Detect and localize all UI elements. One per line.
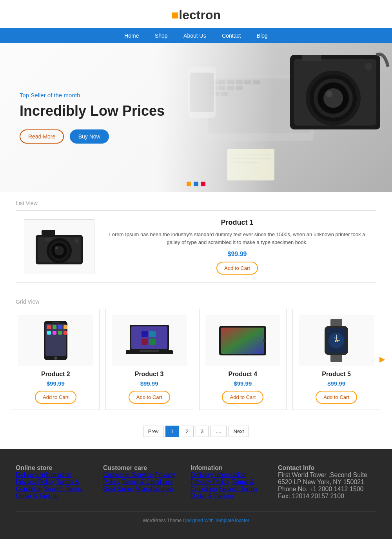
footer-col-information: Infomation Delivery Information Privacy … xyxy=(191,464,266,500)
grid-view-section: Product 2 $99.99 Add to Cart Produc xyxy=(0,309,392,418)
page-2-button[interactable]: 2 xyxy=(181,426,194,437)
footer-col-contact: Contact Info First World Tower ,Second S… xyxy=(278,464,376,500)
svg-rect-45 xyxy=(64,325,67,329)
svg-point-36 xyxy=(55,246,58,249)
footer-col-customer-care: Customer care Customer Service Privacy P… xyxy=(103,464,179,500)
product4-add-to-cart[interactable]: Add to Cart xyxy=(222,391,263,404)
nav-shop[interactable]: Shop xyxy=(155,33,168,39)
svg-point-38 xyxy=(74,239,79,243)
svg-point-63 xyxy=(263,339,265,342)
product5-image: SAT 10 xyxy=(299,315,374,366)
buy-now-button[interactable]: Buy Now xyxy=(70,129,109,144)
footer-order-return-1[interactable]: Order & Return xyxy=(16,493,58,499)
svg-rect-57 xyxy=(149,339,156,345)
svg-rect-54 xyxy=(142,331,148,337)
product2-image xyxy=(18,315,93,366)
footer-bottom-text: WordPress Theme xyxy=(143,518,183,523)
page-1-button[interactable]: 1 xyxy=(165,426,178,437)
svg-rect-48 xyxy=(58,331,62,335)
list-view-section: Product 1 Lorem Ipsum has been the indus… xyxy=(0,210,392,291)
footer-delivery-info-1[interactable]: Delivery Information xyxy=(16,472,71,478)
list-view-label: List View xyxy=(0,192,392,210)
footer-order-return-3[interactable]: Order & Return xyxy=(191,493,233,499)
product3-add-to-cart[interactable]: Add to Cart xyxy=(129,391,170,404)
page-3-button[interactable]: 3 xyxy=(196,426,209,437)
grid-product-5: SAT 10 Product 5 $99.99 Add to Cart ► xyxy=(292,309,380,410)
footer-delivery-info-3[interactable]: Delivery Information xyxy=(191,472,246,478)
product1-price: $99.99 xyxy=(106,251,368,258)
footer-col-online-store: Online store Delivery Information Privac… xyxy=(16,464,91,500)
prev-button[interactable]: Prev xyxy=(143,426,164,437)
footer-col1-title: Online store xyxy=(16,464,91,472)
dot-3[interactable] xyxy=(201,182,205,186)
product5-add-to-cart[interactable]: Add to Cart xyxy=(316,391,357,404)
footer-col2-title: Customer care xyxy=(103,464,179,472)
dot-2[interactable] xyxy=(194,182,198,186)
nav-about[interactable]: About Us xyxy=(183,33,206,39)
tablet-icon xyxy=(217,322,268,359)
svg-rect-46 xyxy=(47,331,51,335)
nav-blog[interactable]: Blog xyxy=(257,33,268,39)
svg-rect-39 xyxy=(45,238,51,241)
svg-point-50 xyxy=(54,357,57,360)
product4-image xyxy=(205,315,281,366)
grid-product-3: Product 3 $99.99 Add to Cart xyxy=(105,309,193,410)
pagination: Prev 1 2 3 .... Next xyxy=(0,418,392,449)
next-arrow-icon: ► xyxy=(377,354,387,365)
footer-manufactures[interactable]: Manufactures xyxy=(135,486,173,492)
product1-name: Product 1 xyxy=(106,219,368,227)
product5-name: Product 5 xyxy=(299,371,374,378)
footer-privacy-3[interactable]: Privacy Policy xyxy=(191,479,230,485)
nav-contact[interactable]: Contact xyxy=(222,33,241,39)
footer-privacy-1[interactable]: Privacy Policy xyxy=(16,479,55,485)
laptop-icon xyxy=(126,321,173,360)
list-product: Product 1 Lorem Ipsum has been the indus… xyxy=(16,210,376,283)
footer-search-terms-3[interactable]: Search Terms xyxy=(219,486,257,492)
header: ■lectron xyxy=(0,0,392,28)
product3-price: $99.99 xyxy=(112,380,187,387)
read-more-button[interactable]: Read More xyxy=(20,129,64,144)
svg-point-73 xyxy=(336,340,337,341)
grid-product-4: Product 4 $99.99 Add to Cart xyxy=(199,309,287,410)
product2-name: Product 2 xyxy=(18,371,93,378)
dot-1[interactable] xyxy=(187,182,191,186)
svg-rect-49 xyxy=(64,331,67,335)
next-button[interactable]: Next xyxy=(229,426,249,437)
hero-content: Top Seller of the month Incredibly Low P… xyxy=(0,92,165,143)
svg-rect-56 xyxy=(142,339,148,345)
product5-price: $99.99 xyxy=(299,380,374,387)
footer: Online store Delivery Information Privac… xyxy=(0,449,392,539)
footer-best-seller[interactable]: Best Seller xyxy=(103,486,133,492)
footer-search-terms-1[interactable]: Search Terms xyxy=(44,486,82,492)
svg-rect-44 xyxy=(58,325,62,329)
svg-rect-47 xyxy=(53,331,56,335)
grid-product-2: Product 2 $99.99 Add to Cart xyxy=(12,309,100,410)
svg-rect-59 xyxy=(140,350,159,352)
svg-rect-55 xyxy=(149,331,156,337)
svg-rect-64 xyxy=(330,319,342,327)
list-product-image xyxy=(24,219,94,274)
svg-rect-62 xyxy=(221,328,264,354)
watch-icon: SAT 10 xyxy=(319,319,354,362)
nav-home[interactable]: Home xyxy=(124,33,139,39)
svg-rect-42 xyxy=(47,325,51,329)
footer-customer-service[interactable]: Customer Service xyxy=(103,472,153,478)
hero-title: Incredibly Low Prices xyxy=(20,102,165,119)
product3-name: Product 3 xyxy=(112,371,187,378)
list-product-info: Product 1 Lorem Ipsum has been the indus… xyxy=(106,219,368,275)
phone-icon xyxy=(40,319,71,362)
product4-price: $99.99 xyxy=(205,380,281,387)
hero-section: Top Seller of the month Incredibly Low P… xyxy=(0,43,392,192)
svg-rect-65 xyxy=(330,354,342,362)
page-ellipsis-button[interactable]: .... xyxy=(211,426,226,437)
footer-bottom: WordPress Theme Designed With TemplateTo… xyxy=(16,512,376,523)
product2-add-to-cart[interactable]: Add to Cart xyxy=(35,391,76,404)
product1-add-to-cart[interactable]: Add to Cart xyxy=(216,262,258,275)
hero-subtitle: Top Seller of the month xyxy=(20,92,165,98)
product3-image xyxy=(112,315,187,366)
footer-template-link[interactable]: Designed With TemplateToaster xyxy=(183,518,249,523)
footer-col4-title: Contact Info xyxy=(278,464,376,472)
grid-view: Product 2 $99.99 Add to Cart Produc xyxy=(12,309,380,410)
footer-address: First World Tower ,Second Suite 6520 LP … xyxy=(278,472,376,486)
footer-terms-2[interactable]: Terms & Condition xyxy=(122,479,173,485)
